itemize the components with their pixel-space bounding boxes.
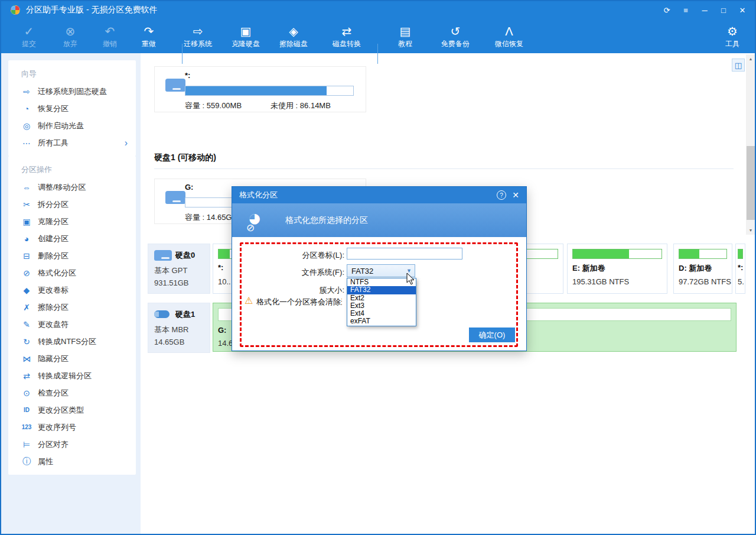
convert-logical-icon: ⇄: [21, 371, 32, 381]
refresh-icon[interactable]: ⟳: [659, 3, 674, 17]
volume-name: G:: [185, 183, 193, 192]
sidebar-item-migrate-os-to-ssd[interactable]: ⇨ 迁移系统到固态硬盘: [8, 83, 136, 100]
menu-icon[interactable]: ≡: [678, 3, 693, 17]
warning-text: 格式化一个分区将会清除这: [256, 297, 342, 307]
change-label-icon: ◆: [21, 286, 32, 295]
sidebar-item-make-boot-disc[interactable]: ◎ 制作启动光盘: [8, 117, 136, 134]
free-backup-button[interactable]: ↺ 免费备份: [435, 21, 475, 51]
commit-button[interactable]: ✓ 提交: [15, 21, 43, 51]
redo-button[interactable]: ↷ 重做: [135, 21, 163, 51]
sidebar-item-all-tools[interactable]: ⋯ 所有工具 ›: [8, 134, 136, 151]
discard-button[interactable]: ⊗ 放弃: [56, 21, 84, 51]
disk-convert-button[interactable]: ⇄ 磁盘转换: [327, 21, 367, 51]
disk-type: 基本 GPT: [154, 265, 187, 276]
vertical-scrollbar[interactable]: ▲ ▼: [746, 54, 755, 235]
sidebar-item-change-label[interactable]: ◆ 更改卷标: [8, 281, 136, 299]
disk-name: 硬盘0: [175, 250, 195, 261]
disk-icon: [154, 250, 172, 261]
partition-align-icon: ⊨: [21, 440, 32, 449]
dropdown-option-ext3[interactable]: Ext3: [347, 302, 416, 310]
serial-number-icon: 123: [21, 424, 32, 430]
cluster-size-caption: 簇大小:: [276, 285, 344, 296]
sidebar-item-hide-partition[interactable]: ⋈ 隐藏分区: [8, 350, 136, 367]
sidebar-item-clone-partition[interactable]: ▣ 克隆分区: [8, 213, 136, 230]
toolbar-separator: [377, 44, 378, 64]
sidebar-item-change-serial-number[interactable]: 123 更改序列号: [8, 419, 136, 436]
undo-button[interactable]: ↶ 撤销: [96, 21, 124, 51]
sidebar-item-properties[interactable]: ⓘ 属性: [8, 453, 136, 470]
chevron-right-icon: ›: [125, 138, 128, 148]
volume-usage-fill: [185, 86, 327, 95]
partition-card-star2[interactable]: *: 5.: [735, 244, 745, 294]
volume-capacity: 容量 : 14.65GB: [185, 212, 237, 223]
scroll-down-icon[interactable]: ▼: [746, 226, 755, 235]
scroll-up-icon[interactable]: ▲: [746, 54, 755, 63]
tutorial-button[interactable]: ▤ 教程: [385, 21, 425, 51]
disk-size: 14.65GB: [154, 338, 184, 346]
dialog-titlebar[interactable]: 格式化分区: [232, 187, 526, 203]
volume-card-star[interactable]: *: 容量 : 559.00MB 未使用 : 86.14MB: [154, 66, 366, 112]
volume-label-caption: 分区卷标(L):: [276, 250, 344, 261]
sidebar-item-create-partition[interactable]: ◕ 创建分区: [8, 230, 136, 247]
dropdown-option-fat32[interactable]: FAT32: [347, 286, 416, 294]
sidebar-item-change-partition-type[interactable]: ID 更改分区类型: [8, 401, 136, 419]
sidebar-item-resize-move-partition[interactable]: ⇔ 调整/移动分区: [8, 179, 136, 196]
close-icon[interactable]: ✕: [735, 3, 750, 17]
sidebar-item-check-partition[interactable]: ⊙ 检查分区: [8, 384, 136, 401]
sidebar-item-wipe-partition[interactable]: ✗ 擦除分区: [8, 299, 136, 316]
wipe-partition-icon: ✗: [21, 303, 32, 312]
disk0-info-card[interactable]: 硬盘0 基本 GPT 931.51GB: [148, 244, 210, 294]
clone-disk-button[interactable]: ▣ 克隆硬盘: [226, 21, 266, 51]
file-system-combobox[interactable]: FAT32 ▼: [347, 264, 415, 277]
discard-icon: ⊗: [66, 24, 76, 40]
sidebar-item-change-drive-letter[interactable]: ✎ 更改盘符: [8, 316, 136, 333]
disk1-heading: 硬盘1 (可移动的): [154, 153, 216, 163]
partition-card-d[interactable]: D: 新加卷 97.72GB NTFS: [673, 244, 732, 294]
sidebar-item-format-partition[interactable]: ⊘ 格式化分区: [8, 264, 136, 281]
create-partition-icon: ◕: [21, 234, 32, 244]
delete-partition-icon: ⊟: [21, 251, 32, 261]
clone-partition-icon: ▣: [21, 217, 32, 226]
change-drive-letter-icon: ✎: [21, 320, 32, 329]
redo-icon: ↷: [144, 24, 154, 40]
partition-card-e[interactable]: E: 新加卷 195.31GB NTFS: [567, 244, 667, 294]
app-title: 分区助手专业版 - 无损分区免费软件: [26, 5, 157, 15]
wechat-recovery-button[interactable]: Λ 微信恢复: [489, 21, 529, 51]
sidebar-item-recover-partition[interactable]: ◔ 恢复分区: [8, 100, 136, 117]
dialog-title: 格式化分区: [239, 190, 278, 200]
minimize-icon[interactable]: ─: [697, 3, 712, 17]
sidebar-item-split-partition[interactable]: ✂ 拆分分区: [8, 196, 136, 213]
titlebar: 分区助手专业版 - 无损分区免费软件 ⟳ ≡ ─ □ ✕: [1, 1, 755, 19]
dropdown-option-ntfs[interactable]: NTFS: [347, 278, 416, 286]
sidebar-item-convert-to-ntfs[interactable]: ↻ 转换成NTFS分区: [8, 333, 136, 350]
wipe-disk-button[interactable]: ◈ 擦除磁盘: [273, 21, 314, 51]
sidebar-item-partition-alignment[interactable]: ⊨ 分区对齐: [8, 436, 136, 453]
format-partition-icon: ◕ ⊘: [247, 208, 272, 233]
migrate-system-button[interactable]: ⇨ 迁移系统: [178, 21, 218, 51]
resize-move-icon: ⇔: [21, 183, 32, 192]
wechat-recovery-icon: Λ: [505, 24, 513, 40]
check-partition-icon: ⊙: [21, 388, 32, 398]
wipe-disk-icon: ◈: [289, 24, 298, 40]
sidebar-item-delete-partition[interactable]: ⊟ 删除分区: [8, 247, 136, 264]
dialog-header: ◕ ⊘ 格式化您所选择的分区: [232, 203, 526, 237]
ok-button[interactable]: 确定(O): [469, 328, 515, 342]
sidebar-item-convert-to-logical[interactable]: ⇄ 转换成逻辑分区: [8, 367, 136, 384]
volume-label-input[interactable]: [347, 248, 462, 260]
scrollbar-thumb[interactable]: [747, 146, 755, 220]
dropdown-option-ext2[interactable]: Ext2: [347, 294, 416, 302]
tools-button[interactable]: ⚙ 工具: [718, 21, 747, 51]
mouse-cursor: [406, 273, 416, 286]
dropdown-option-ext4[interactable]: Ext4: [347, 310, 416, 317]
info-icon: ⓘ: [21, 456, 32, 467]
wrench-icon: ⚙: [727, 24, 738, 40]
dialog-close-icon[interactable]: ✕: [511, 190, 520, 200]
drive-icon: [165, 191, 185, 204]
recover-partition-icon: ◔: [21, 104, 32, 114]
partition-ops-title: 分区操作: [8, 160, 136, 179]
dropdown-option-exfat[interactable]: exFAT: [347, 317, 416, 325]
maximize-icon[interactable]: □: [716, 3, 731, 17]
view-toggle-icon[interactable]: ◫: [732, 59, 745, 72]
help-icon[interactable]: ?: [497, 190, 506, 200]
disk1-info-card[interactable]: 硬盘1 基本 MBR 14.65GB: [148, 303, 210, 353]
